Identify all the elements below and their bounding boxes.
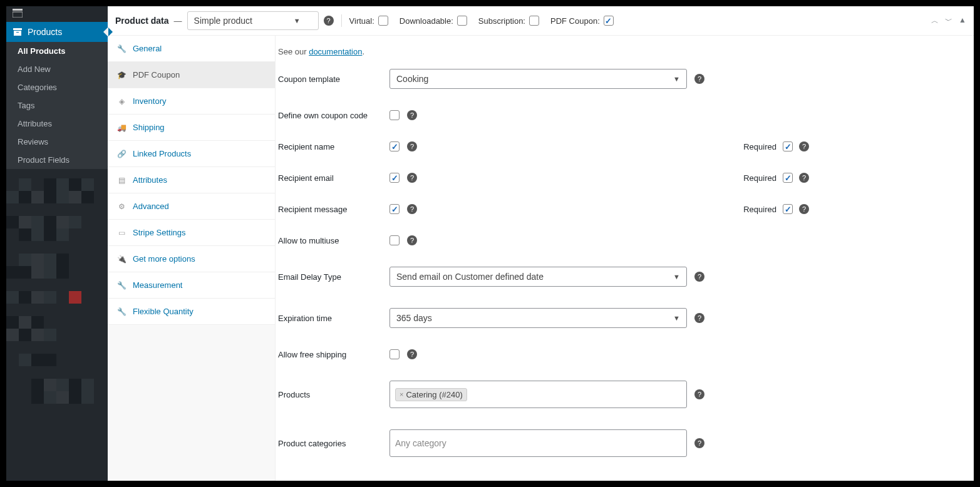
chevron-down-icon: ▼ — [673, 314, 680, 322]
allow-multiuse-checkbox[interactable] — [389, 235, 400, 245]
submenu-all-products[interactable]: All Products — [6, 42, 108, 60]
define-own-code-checkbox[interactable] — [389, 110, 400, 120]
panel-up-icon[interactable]: ︿ — [931, 16, 939, 26]
tab-get-more-options[interactable]: 🔌Get more options — [108, 246, 275, 272]
help-icon[interactable]: ? — [407, 349, 417, 359]
recipient-email-checkbox[interactable] — [389, 173, 400, 183]
required-label: Required — [743, 142, 776, 151]
panel-down-icon[interactable]: ﹀ — [945, 16, 952, 26]
define-own-code-label: Define own coupon code — [278, 111, 389, 120]
tab-general[interactable]: 🔧General — [108, 36, 275, 62]
free-shipping-checkbox[interactable] — [389, 349, 400, 359]
products-input[interactable]: × Catering (#240) — [389, 381, 687, 408]
tab-measurement[interactable]: 🔧Measurement — [108, 272, 275, 299]
categories-placeholder: Any category — [395, 438, 446, 448]
svg-rect-1 — [13, 12, 23, 18]
submenu-tags[interactable]: Tags — [6, 96, 108, 115]
recipient-message-checkbox[interactable] — [389, 204, 400, 214]
expiration-select[interactable]: 365 days ▼ — [389, 308, 687, 328]
recipient-email-label: Recipient email — [278, 173, 389, 183]
archive-icon — [13, 27, 23, 37]
documentation-link[interactable]: documentation — [309, 47, 362, 56]
wrench-icon: 🔧 — [116, 281, 126, 290]
menu-products-label: Products — [28, 27, 62, 37]
help-icon[interactable]: ? — [799, 204, 809, 214]
help-icon[interactable]: ? — [407, 204, 417, 214]
product-data-tabs: 🔧General 🎓PDF Coupon ◈Inventory 🚚Shippin… — [108, 36, 276, 481]
coupon-template-select[interactable]: Cooking ▼ — [389, 69, 687, 89]
submenu-reviews[interactable]: Reviews — [6, 133, 108, 151]
expiration-label: Expiration time — [278, 314, 389, 323]
tab-advanced[interactable]: ⚙Advanced — [108, 193, 275, 220]
subscription-option[interactable]: Subscription: — [478, 16, 539, 26]
recipient-name-required-checkbox[interactable] — [783, 141, 793, 151]
remove-tag-icon[interactable]: × — [400, 391, 403, 398]
certificate-icon: 🎓 — [116, 71, 126, 79]
admin-sidebar: Products All Products Add New Categories… — [6, 6, 108, 481]
product-type-value: Simple product — [194, 16, 252, 26]
help-icon[interactable]: ? — [799, 173, 809, 183]
plug-icon: 🔌 — [116, 255, 126, 264]
product-categories-input[interactable]: Any category — [389, 429, 687, 457]
separator — [341, 14, 342, 27]
tab-pdf-coupon[interactable]: 🎓PDF Coupon — [108, 62, 275, 88]
tab-shipping[interactable]: 🚚Shipping — [108, 115, 275, 141]
subscription-checkbox[interactable] — [529, 16, 539, 26]
help-icon[interactable]: ? — [799, 141, 809, 151]
coupon-template-label: Coupon template — [278, 74, 389, 84]
svg-rect-0 — [13, 9, 23, 11]
product-data-header: Product data — Simple product ▼ ? Virtua… — [108, 6, 974, 36]
chevron-down-icon: ▼ — [294, 17, 301, 24]
required-label: Required — [743, 205, 776, 214]
menu-products[interactable]: Products — [6, 22, 108, 42]
virtual-option[interactable]: Virtual: — [349, 16, 388, 26]
help-icon[interactable]: ? — [694, 389, 704, 399]
email-delay-label: Email Delay Type — [278, 272, 389, 282]
recipient-email-required-checkbox[interactable] — [783, 173, 793, 183]
product-categories-label: Product categories — [278, 439, 389, 448]
dashboard-icon[interactable] — [6, 6, 108, 22]
help-icon[interactable]: ? — [407, 110, 417, 120]
panel-toggle-icon[interactable]: ▲ — [959, 16, 966, 26]
help-icon[interactable]: ? — [694, 438, 704, 448]
intro-text: See our documentation. — [276, 47, 974, 69]
tab-linked-products[interactable]: 🔗Linked Products — [108, 141, 275, 167]
pdf-coupon-checkbox[interactable] — [604, 16, 614, 26]
chevron-down-icon: ▼ — [673, 75, 680, 83]
recipient-message-required-checkbox[interactable] — [783, 204, 793, 214]
recipient-message-label: Recipient message — [278, 205, 389, 214]
help-icon[interactable]: ? — [407, 173, 417, 183]
recipient-name-checkbox[interactable] — [389, 141, 400, 151]
svg-rect-4 — [16, 32, 19, 33]
help-icon[interactable]: ? — [407, 141, 417, 151]
chevron-down-icon: ▼ — [673, 273, 680, 280]
tab-attributes[interactable]: ▤Attributes — [108, 167, 275, 193]
submenu-categories[interactable]: Categories — [6, 78, 108, 96]
pdf-coupon-option[interactable]: PDF Coupon: — [550, 16, 614, 26]
product-tag: × Catering (#240) — [395, 388, 467, 401]
main-panel: Product data — Simple product ▼ ? Virtua… — [108, 6, 974, 481]
clipboard-icon: ◈ — [116, 97, 126, 106]
help-icon[interactable]: ? — [407, 235, 417, 245]
email-delay-select[interactable]: Send email on Customer defined date ▼ — [389, 267, 687, 287]
help-icon[interactable]: ? — [694, 74, 704, 84]
list-icon: ▤ — [116, 176, 126, 185]
tab-inventory[interactable]: ◈Inventory — [108, 88, 275, 115]
tab-flexible-quantity[interactable]: 🔧Flexible Quantity — [108, 299, 275, 325]
pdf-coupon-form: See our documentation. Coupon template C… — [276, 36, 974, 481]
submenu-attributes[interactable]: Attributes — [6, 115, 108, 133]
downloadable-checkbox[interactable] — [457, 16, 467, 26]
tab-stripe-settings[interactable]: ▭Stripe Settings — [108, 220, 275, 246]
virtual-checkbox[interactable] — [378, 16, 388, 26]
downloadable-option[interactable]: Downloadable: — [400, 16, 467, 26]
help-icon[interactable]: ? — [694, 272, 704, 282]
products-label: Products — [278, 390, 389, 399]
product-type-select[interactable]: Simple product ▼ — [187, 11, 319, 30]
help-icon[interactable]: ? — [694, 313, 704, 323]
products-submenu: All Products Add New Categories Tags Att… — [6, 42, 108, 169]
help-icon[interactable]: ? — [324, 16, 334, 26]
submenu-product-fields[interactable]: Product Fields — [6, 151, 108, 169]
submenu-add-new[interactable]: Add New — [6, 60, 108, 78]
wrench-icon: 🔧 — [116, 307, 126, 316]
allow-multiuse-label: Allow to multiuse — [278, 236, 389, 245]
